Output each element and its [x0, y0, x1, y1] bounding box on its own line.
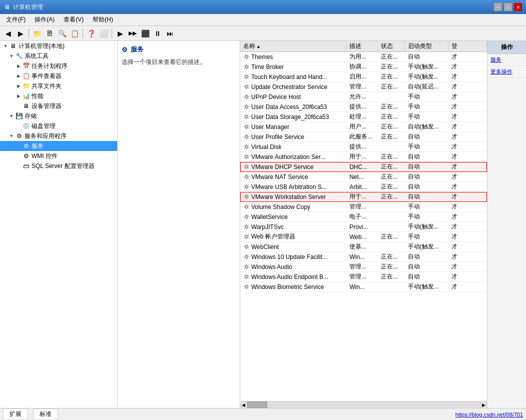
sidebar-item-systemtools[interactable]: ▼ 🔧 系统工具: [0, 51, 117, 61]
table-row[interactable]: User Data Access_20f6ca53 提供... 正在... 手动…: [240, 102, 487, 112]
node-icon-eventviewer: 📋: [22, 72, 30, 80]
toolbar-back[interactable]: ◀: [2, 28, 14, 40]
table-row[interactable]: VMware Authorization Ser... 用于... 正在... …: [240, 152, 487, 162]
cell-service-desc: Win...: [346, 253, 378, 261]
sidebar-item-sharedfolder[interactable]: ▶ 📁 共享文件夹: [0, 81, 117, 91]
toolbar-help[interactable]: ❓: [85, 28, 97, 40]
cell-service-status: 正在...: [378, 102, 404, 112]
col-header-name[interactable]: 名称 ▲: [240, 41, 346, 52]
toolbar-pause[interactable]: ⏸: [152, 28, 164, 40]
table-row[interactable]: Themes 为用... 正在... 自动 才: [240, 52, 487, 62]
cell-service-logon: 才: [448, 132, 487, 142]
cell-service-logon: 才: [448, 202, 487, 212]
action-more[interactable]: 更多操作: [487, 66, 526, 78]
table-row[interactable]: Time Broker 协调... 正在... 手动(触发... 才: [240, 62, 487, 72]
scrollbar-thumb[interactable]: [247, 402, 267, 408]
toolbar-stop[interactable]: ⬛: [139, 28, 151, 40]
tab-extended[interactable]: 扩展: [3, 408, 28, 420]
scroll-right-btn[interactable]: ▶: [480, 402, 487, 408]
minimize-button[interactable]: ─: [494, 3, 502, 11]
services-list[interactable]: Themes 为用... 正在... 自动 才 Time Broker 协调..…: [240, 52, 487, 401]
col-header-desc[interactable]: 描述: [346, 41, 378, 52]
sidebar-item-sqlserver[interactable]: 🗃 SQL Server 配置管理器: [0, 161, 117, 171]
toolbar-clipboard[interactable]: 📋: [69, 28, 81, 40]
scrollbar-horizontal[interactable]: ◀ ▶: [240, 401, 487, 408]
sidebar-item-performance[interactable]: ▶ 📊 性能: [0, 91, 117, 101]
table-row[interactable]: UPnP Device Host 允许... 手动 才: [240, 92, 487, 102]
sidebar-item-taskscheduler[interactable]: ▶ 📅 任务计划程序: [0, 61, 117, 71]
menu-file[interactable]: 文件(F): [2, 14, 30, 25]
cell-service-logon: 才: [448, 272, 487, 282]
table-row[interactable]: Windows Audio 管理... 正在... 自动 才: [240, 262, 487, 272]
toolbar-magnify[interactable]: 🔍: [56, 28, 68, 40]
table-row[interactable]: VMware DHCP Service DHC... 正在... 自动 才: [240, 162, 487, 172]
table-row[interactable]: VMware USB Arbitration S... Arbit... 正在.…: [240, 182, 487, 192]
sidebar-item-storage[interactable]: ▼ 💾 存储: [0, 111, 117, 121]
cell-service-status: 正在...: [378, 152, 404, 162]
sidebar-item-devicemanager[interactable]: 🖥 设备管理器: [0, 101, 117, 111]
table-row[interactable]: Windows 10 Update Facilit... Win... 正在..…: [240, 252, 487, 262]
maximize-button[interactable]: □: [504, 3, 512, 11]
menu-help[interactable]: 帮助(H): [89, 14, 117, 25]
svg-point-28: [245, 196, 248, 198]
menu-view[interactable]: 查看(V): [60, 14, 88, 25]
toolbar-doc[interactable]: 🖹: [44, 28, 56, 40]
svg-point-6: [245, 86, 248, 88]
sidebar-item-eventviewer[interactable]: ▶ 📋 事件查看器: [0, 71, 117, 81]
cell-service-startup: 自动(触发...: [405, 122, 448, 132]
svg-point-18: [245, 146, 248, 148]
svg-point-34: [245, 226, 248, 228]
cell-service-name: Windows Biometric Service: [240, 283, 346, 291]
tab-standard[interactable]: 标准: [33, 408, 58, 420]
menu-action[interactable]: 操作(A): [31, 14, 59, 25]
cell-service-status: 正在...: [378, 252, 404, 262]
col-header-status[interactable]: 状态: [378, 41, 404, 52]
close-button[interactable]: ✕: [514, 3, 522, 11]
cell-service-startup: 自动: [405, 152, 448, 162]
table-row[interactable]: Virtual Disk 提供... 手动 才: [240, 142, 487, 152]
sidebar-item-root[interactable]: ▼ 🖥 计算机管理(本地): [0, 41, 117, 51]
table-row[interactable]: User Profile Service 此服务... 正在... 自动 才: [240, 132, 487, 142]
table-row[interactable]: WarpJITSvc Provi... 手动(触发... 才: [240, 222, 487, 232]
sidebar-label-eventviewer: 事件查看器: [32, 72, 62, 80]
sidebar-item-services[interactable]: ⚙ 服务: [0, 141, 117, 151]
table-row[interactable]: VMware NAT Service Net... 正在... 自动 才: [240, 172, 487, 182]
table-row[interactable]: Touch Keyboard and Hand... 启用... 正在... 手…: [240, 72, 487, 82]
title-bar: 🖥 计算机管理 ─ □ ✕: [0, 0, 526, 14]
toolbar-folder[interactable]: 📁: [31, 28, 43, 40]
table-row[interactable]: Web 帐户管理器 Web... 正在... 手动 才: [240, 232, 487, 242]
action-services[interactable]: 服务: [487, 54, 526, 66]
cell-service-status: 正在...: [378, 122, 404, 132]
cell-service-logon: 才: [448, 182, 487, 192]
table-row[interactable]: Windows Biometric Service Win... 手动(触发..…: [240, 282, 487, 292]
toolbar-skip[interactable]: ⏭: [164, 28, 176, 40]
scrollbar-track[interactable]: [247, 402, 480, 408]
table-row[interactable]: WalletService 电子... 手动 才: [240, 212, 487, 222]
sidebar-item-servicesapps[interactable]: ▼ ⚙ 服务和应用程序: [0, 131, 117, 141]
table-row[interactable]: Volume Shadow Copy 管理... 手动 才: [240, 202, 487, 212]
table-row[interactable]: User Data Storage_20f6ca53 处理... 正在... 手…: [240, 112, 487, 122]
svg-point-44: [245, 276, 248, 278]
scroll-left-btn[interactable]: ◀: [240, 402, 247, 408]
svg-point-32: [245, 216, 248, 218]
col-header-startup[interactable]: 启动类型: [405, 41, 448, 52]
sidebar-item-diskmanagement[interactable]: 💿 磁盘管理: [0, 121, 117, 131]
toolbar-window[interactable]: ⬜: [98, 28, 110, 40]
cell-service-desc: Arbit...: [346, 183, 378, 191]
toolbar-forward[interactable]: ▶: [15, 28, 27, 40]
table-row[interactable]: User Manager 用户... 正在... 自动(触发... 才: [240, 122, 487, 132]
toolbar-play2[interactable]: ▶▶: [127, 28, 139, 40]
svg-point-40: [245, 256, 248, 258]
panel-icon: ⚙: [122, 46, 128, 54]
table-row[interactable]: Windows Audio Endpoint B... 管理... 正在... …: [240, 272, 487, 282]
cell-service-name: Time Broker: [240, 63, 346, 71]
table-row[interactable]: Update Orchestrator Service 管理... 正在... …: [240, 82, 487, 92]
table-row[interactable]: VMware Workstation Server 用于... 正在... 自动…: [240, 192, 487, 202]
toolbar-play[interactable]: ▶: [114, 28, 126, 40]
table-row[interactable]: WebClient 使基... 手动(触发... 才: [240, 242, 487, 252]
title-bar-icon: 🖥: [4, 4, 10, 10]
cell-service-status: [378, 286, 404, 288]
cell-service-name: Themes: [240, 53, 346, 61]
col-header-logon[interactable]: 登: [448, 41, 487, 52]
sidebar-item-wmi[interactable]: ⚙ WMI 控件: [0, 151, 117, 161]
